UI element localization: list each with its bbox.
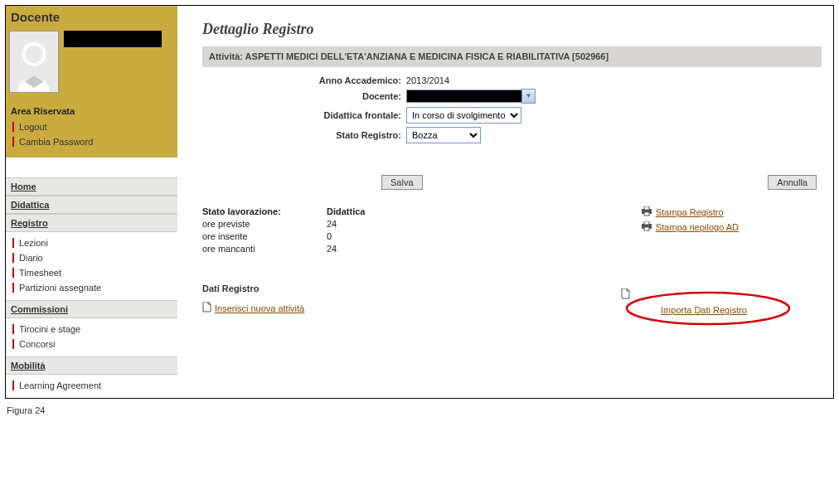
nav-registro[interactable]: Registro [6,214,177,232]
stato-select[interactable]: Bozza [406,127,481,143]
stampa-registro-link[interactable]: Stampa Registro [641,206,739,218]
nav-lezioni[interactable]: Lezioni [11,235,172,250]
nav-home[interactable]: Home [6,177,177,196]
docente-value-redacted [406,90,521,103]
didattica-col-header: Didattica [327,206,393,216]
ore-inserite-label: ore inserite [202,231,327,241]
didattica-select[interactable]: In corso di svolgimento [406,107,521,124]
sidebar-title: Docente [9,7,174,31]
profile-block: Docente [6,6,177,101]
docente-dropdown-arrow[interactable]: ▼ [521,89,536,104]
didattica-label: Didattica frontale: [202,110,406,120]
nav-diario[interactable]: Diario [11,250,172,265]
activity-value: ASPETTI MEDICI DELL'ETA'ANZIANA E MEDICI… [245,51,609,61]
nav-tirocini[interactable]: Tirocini e stage [11,322,172,337]
figure-caption: Figura 24 [7,405,834,415]
avatar-placeholder-icon [10,32,58,92]
nav-gap [6,158,177,177]
ore-previste-value: 24 [327,219,393,229]
activity-bar: Attività: ASPETTI MEDICI DELL'ETA'ANZIAN… [202,46,822,67]
dati-row: Inserisci nuova attività Importa Dati Re… [202,302,822,315]
nav-partizioni[interactable]: Partizioni assegnate [11,280,172,295]
inserisci-attivita-link[interactable]: Inserisci nuova attività [202,302,304,315]
print-links: Stampa Registro Stampa riepilogo AD [641,206,822,254]
svg-rect-6 [644,221,649,225]
nav-didattica[interactable]: Didattica [6,196,177,214]
save-button[interactable]: Salva [381,175,423,190]
ore-inserite-value: 0 [327,231,393,241]
activity-label: Attività: [209,51,243,61]
avatar [9,31,59,93]
anno-label: Anno Accademico: [202,75,406,85]
main-content: Dettaglio Registro Attività: ASPETTI MED… [177,6,833,398]
printer-icon [641,221,652,233]
svg-rect-3 [644,206,649,210]
nav-mobilita[interactable]: Mobilità [6,356,177,375]
svg-rect-7 [644,227,649,230]
dati-registro-header: Dati Registro [202,284,822,293]
reserved-area: Area Riservata Logout Cambia Password [6,101,177,158]
stampa-riepilogo-link[interactable]: Stampa riepilogo AD [641,221,739,233]
document-icon [202,302,211,314]
stato-lav-header: Stato lavorazione: [202,206,327,216]
sidebar: Docente Area Riservata Logout Cambia Pas… [6,6,177,398]
profile-row [9,31,174,93]
ore-mancanti-value: 24 [327,244,393,254]
change-password-link[interactable]: Cambia Password [11,134,172,149]
lavorazione-grid: Stato lavorazione: Didattica ore previst… [202,206,393,254]
anno-value: 2013/2014 [406,75,449,85]
ore-mancanti-label: ore mancanti [202,244,327,254]
logout-link[interactable]: Logout [11,119,172,134]
page-title: Dettaglio Registro [202,21,822,38]
button-row: Salva Annulla [202,175,822,190]
importa-highlight: Importa Dati Registro [657,302,747,315]
reserved-area-header: Area Riservata [11,106,172,119]
form-rows: Anno Accademico: 2013/2014 Docente: ▼ Di… [202,74,822,145]
docente-label: Docente: [202,91,406,101]
nav-concorsi[interactable]: Concorsi [11,337,172,351]
main-nav: Home Didattica Registro Lezioni Diario T… [6,177,177,398]
cancel-button[interactable]: Annulla [768,175,817,190]
ore-previste-label: ore previste [202,219,327,229]
nav-timesheet[interactable]: Timesheet [11,265,172,280]
nav-learning-agreement[interactable]: Learning Agreement [11,378,172,393]
user-name-redacted [64,31,162,47]
printer-icon [641,206,652,218]
importa-dati-link[interactable]: Importa Dati Registro [657,305,747,315]
nav-commissioni[interactable]: Commissioni [6,300,177,318]
stato-label: Stato Registro: [202,130,406,140]
lavorazione-block: Stato lavorazione: Didattica ore previst… [202,206,822,254]
svg-rect-4 [644,212,649,216]
app-window: Docente Area Riservata Logout Cambia Pas… [5,5,834,399]
